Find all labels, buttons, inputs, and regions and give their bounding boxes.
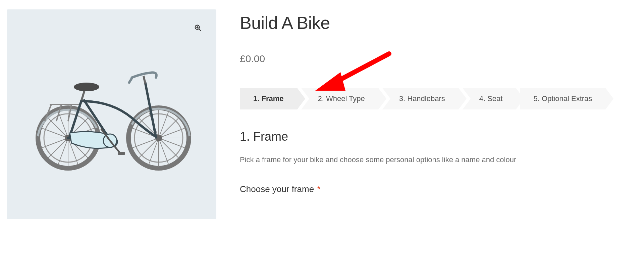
svg-point-55 bbox=[74, 83, 99, 91]
step-handlebars[interactable]: 3. Handlebars bbox=[382, 88, 459, 109]
product-price: £0.00 bbox=[240, 53, 637, 64]
zoom-icon[interactable] bbox=[193, 23, 203, 33]
svg-line-39 bbox=[132, 138, 159, 148]
step-wheel-type[interactable]: 2. Wheel Type bbox=[301, 88, 378, 109]
step-nav: 1. Frame 2. Wheel Type 3. Handlebars 4. … bbox=[240, 88, 637, 109]
svg-line-34 bbox=[159, 111, 169, 138]
svg-line-26 bbox=[159, 118, 179, 138]
svg-line-28 bbox=[159, 138, 179, 158]
step-label: 1. Frame bbox=[253, 94, 284, 103]
step-frame[interactable]: 1. Frame bbox=[240, 88, 297, 109]
svg-line-14 bbox=[58, 111, 68, 138]
svg-line-56 bbox=[144, 76, 145, 84]
step-label: 5. Optional Extras bbox=[533, 94, 592, 103]
product-title: Build A Bike bbox=[240, 13, 637, 33]
svg-line-13 bbox=[48, 118, 68, 138]
svg-line-30 bbox=[139, 138, 159, 158]
svg-line-11 bbox=[48, 138, 68, 158]
bike-image bbox=[31, 57, 192, 172]
svg-line-21 bbox=[41, 128, 68, 138]
step-label: 4. Seat bbox=[479, 94, 503, 103]
step-label: 2. Wheel Type bbox=[318, 94, 365, 103]
field-label-frame: Choose your frame * bbox=[240, 184, 637, 194]
svg-line-3 bbox=[199, 29, 201, 31]
section-title: 1. Frame bbox=[240, 130, 637, 144]
svg-line-35 bbox=[159, 128, 185, 138]
step-seat[interactable]: 4. Seat bbox=[463, 88, 516, 109]
svg-line-19 bbox=[58, 138, 68, 165]
product-image-panel bbox=[7, 9, 216, 219]
svg-line-36 bbox=[159, 138, 185, 148]
field-label-text: Choose your frame bbox=[240, 184, 314, 194]
svg-line-37 bbox=[159, 138, 169, 165]
step-optional-extras[interactable]: 5. Optional Extras bbox=[520, 88, 605, 109]
required-asterisk: * bbox=[317, 184, 320, 194]
svg-line-38 bbox=[149, 138, 159, 165]
svg-line-20 bbox=[41, 138, 68, 148]
section-description: Pick a frame for your bike and choose so… bbox=[240, 154, 637, 166]
step-label: 3. Handlebars bbox=[399, 94, 445, 103]
svg-rect-52 bbox=[118, 152, 125, 155]
